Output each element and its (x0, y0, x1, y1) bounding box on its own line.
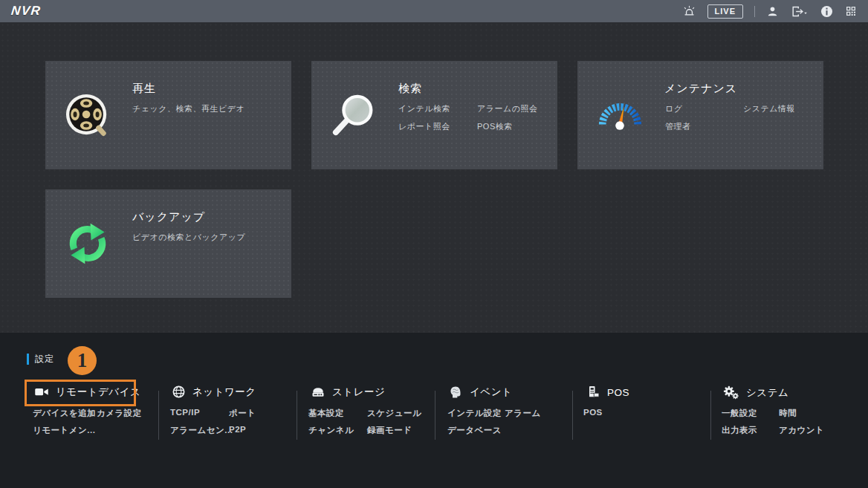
link-admin[interactable]: 管理者 (665, 121, 691, 132)
card-title: 再生 (132, 82, 156, 96)
top-bar: NVR LIVE (0, 0, 868, 22)
info-icon[interactable] (820, 4, 834, 19)
card-title: 検索 (398, 82, 422, 96)
item-general-settings[interactable]: 一般設定 (722, 408, 757, 419)
settings-col-storage[interactable]: ストレージ (311, 385, 385, 400)
settings-col-title: イベント (470, 385, 512, 399)
card-subtitle: ビデオの検索とバックアップ (132, 232, 245, 243)
settings-col-system[interactable]: システム (722, 385, 788, 400)
item-time[interactable]: 時間 (779, 408, 797, 419)
settings-label-text: 設定 (35, 353, 54, 365)
settings-area: 設定 1 リモートデバイス デバイスを追加 カメラ設定 リモートメン... ネッ… (0, 333, 868, 488)
annotation-highlight-remote-device (25, 380, 136, 406)
link-intel-search[interactable]: インテル検索 (398, 103, 450, 114)
item-remote-maint[interactable]: リモートメン... (33, 425, 95, 436)
item-record-mode[interactable]: 録画モード (367, 425, 412, 436)
item-tcpip[interactable]: TCP/IP (170, 408, 200, 417)
accent-bar (27, 354, 29, 365)
settings-divider (435, 391, 435, 440)
magnifier-icon (331, 92, 377, 138)
item-port[interactable]: ポート (229, 408, 256, 419)
topbar-actions: LIVE (682, 4, 857, 19)
user-icon[interactable] (766, 5, 779, 18)
item-database[interactable]: データベース (447, 425, 502, 436)
film-reel-icon (65, 92, 111, 138)
nvr-logo: NVR (10, 4, 42, 19)
card-title: メンテナンス (664, 82, 737, 96)
item-schedule[interactable]: スケジュール (367, 408, 421, 419)
card-subtitle: チェック、検索、再生ビデオ (132, 103, 244, 114)
brain-icon (448, 385, 463, 400)
settings-col-network[interactable]: ネットワーク (172, 385, 256, 399)
sync-arrows-icon (65, 221, 111, 267)
alarm-siren-icon[interactable] (682, 4, 696, 19)
item-p2p[interactable]: P2P (229, 425, 246, 434)
hard-drive-icon (311, 385, 326, 400)
item-output-display[interactable]: 出力表示 (722, 425, 757, 436)
link-pos-search[interactable]: POS検索 (477, 121, 513, 132)
card-title: バックアップ (132, 210, 205, 224)
settings-col-title: POS (607, 387, 629, 398)
settings-col-title: ストレージ (332, 385, 385, 399)
link-system-info[interactable]: システム情報 (743, 103, 795, 114)
item-alarm-center[interactable]: アラームセン... (170, 425, 233, 436)
settings-col-title: ネットワーク (192, 385, 256, 399)
link-log[interactable]: ログ (665, 103, 683, 114)
settings-col-pos[interactable]: POS (586, 385, 629, 400)
pos-terminal-icon (586, 385, 600, 400)
item-account[interactable]: アカウント (779, 425, 824, 436)
item-pos[interactable]: POS (583, 408, 603, 417)
link-report-inquiry[interactable]: レポート照会 (398, 121, 450, 132)
item-channel[interactable]: チャンネル (308, 425, 354, 436)
item-camera-config[interactable]: カメラ設定 (97, 408, 142, 419)
item-add-device[interactable]: デバイスを追加 (33, 408, 96, 419)
nvr-home-screen: NVR LIVE (0, 0, 868, 488)
card-backup[interactable]: バックアップ ビデオの検索とバックアップ (45, 189, 291, 298)
card-maintenance[interactable]: メンテナンス ログ システム情報 管理者 (577, 61, 823, 169)
settings-section-label: 設定 (27, 353, 54, 365)
logout-icon[interactable] (790, 4, 809, 19)
gears-icon (722, 385, 739, 400)
main-menu-area: 再生 チェック、検索、再生ビデオ 検索 インテル検索 アラームの照会 レポ (0, 22, 868, 333)
item-basic-settings[interactable]: 基本設定 (308, 408, 344, 419)
item-alarm[interactable]: アラーム (505, 408, 541, 419)
live-button[interactable]: LIVE (707, 4, 743, 19)
settings-divider (297, 391, 297, 440)
gauge-icon (597, 92, 643, 138)
card-playback[interactable]: 再生 チェック、検索、再生ビデオ (45, 61, 291, 169)
card-search[interactable]: 検索 インテル検索 アラームの照会 レポート照会 POS検索 (311, 61, 557, 169)
settings-divider (710, 391, 711, 440)
settings-col-title: システム (746, 386, 788, 400)
topbar-divider (754, 6, 755, 17)
annotation-badge-1: 1 (68, 346, 97, 375)
item-intel-settings[interactable]: インテル設定 (447, 408, 502, 419)
settings-col-event[interactable]: イベント (448, 385, 512, 400)
settings-divider (572, 391, 573, 440)
link-alarm-inquiry[interactable]: アラームの照会 (477, 103, 538, 114)
qr-code-icon[interactable] (845, 5, 857, 17)
settings-divider (158, 391, 159, 440)
globe-icon (172, 385, 186, 399)
